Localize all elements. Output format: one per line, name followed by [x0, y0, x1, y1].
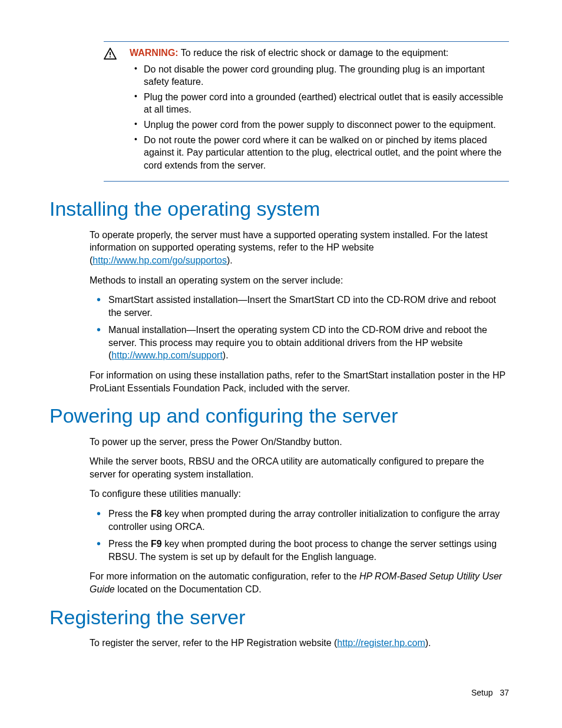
- power-p3: To configure these utilities manually:: [90, 487, 509, 500]
- warning-label: WARNING:: [130, 48, 178, 58]
- text: ).: [223, 350, 229, 360]
- install-p1: To operate properly, the server must hav…: [90, 229, 509, 267]
- warning-item: Plug the power cord into a grounded (ear…: [144, 91, 509, 116]
- text: located on the Documentation CD.: [115, 584, 262, 594]
- svg-rect-1: [110, 57, 111, 58]
- warning-list: Do not disable the power cord grounding …: [130, 63, 509, 172]
- warning-item: Do not disable the power cord grounding …: [144, 63, 509, 88]
- svg-rect-0: [110, 52, 111, 55]
- install-p2: Methods to install an operating system o…: [90, 274, 509, 287]
- link-support[interactable]: http://www.hp.com/support: [111, 350, 223, 360]
- key-f8: F8: [151, 509, 162, 519]
- warning-icon: [104, 48, 118, 174]
- link-register[interactable]: http://register.hp.com: [337, 638, 425, 648]
- power-body: To power up the server, press the Power …: [90, 436, 509, 596]
- text: ).: [227, 255, 233, 265]
- text: Press the: [108, 539, 151, 549]
- text: For more information on the automatic co…: [90, 571, 359, 581]
- warning-item: Unplug the power cord from the power sup…: [144, 118, 509, 131]
- heading-install-os: Installing the operating system: [49, 198, 509, 220]
- install-p3: For information on using these installat…: [90, 369, 509, 394]
- install-bullet: Manual installation—Insert the operating…: [108, 324, 509, 362]
- register-body: To register the server, refer to the HP …: [90, 637, 509, 650]
- footer-page-number: 37: [500, 688, 509, 697]
- install-bullets: SmartStart assisted installation—Insert …: [90, 294, 509, 362]
- text: ).: [425, 638, 431, 648]
- footer-section: Setup: [471, 688, 493, 697]
- text: key when prompted during the array contr…: [108, 509, 500, 532]
- document-page: WARNING: To reduce the risk of electric …: [0, 0, 562, 728]
- power-p4: For more information on the automatic co…: [90, 570, 509, 595]
- power-p1: To power up the server, press the Power …: [90, 436, 509, 449]
- page-footer: Setup 37: [471, 687, 509, 699]
- heading-registering: Registering the server: [49, 607, 509, 628]
- install-bullet: SmartStart assisted installation—Insert …: [108, 294, 509, 319]
- power-bullet: Press the F8 key when prompted during th…: [108, 508, 509, 533]
- register-p1: To register the server, refer to the HP …: [90, 637, 509, 650]
- link-supportos[interactable]: http://www.hp.com/go/supportos: [92, 255, 227, 265]
- text: To register the server, refer to the HP …: [90, 638, 337, 648]
- power-bullets: Press the F8 key when prompted during th…: [90, 508, 509, 563]
- warning-body: WARNING: To reduce the risk of electric …: [130, 47, 509, 174]
- warning-intro: To reduce the risk of electric shock or …: [181, 48, 448, 58]
- key-f9: F9: [151, 539, 162, 549]
- warning-item: Do not route the power cord where it can…: [144, 134, 509, 172]
- power-bullet: Press the F9 key when prompted during th…: [108, 538, 509, 563]
- warning-callout: WARNING: To reduce the risk of electric …: [104, 41, 509, 182]
- text: Press the: [108, 509, 151, 519]
- text: key when prompted during the boot proces…: [108, 539, 497, 562]
- power-p2: While the server boots, RBSU and the ORC…: [90, 455, 509, 480]
- install-body: To operate properly, the server must hav…: [90, 229, 509, 395]
- heading-powering: Powering up and configuring the server: [49, 405, 509, 427]
